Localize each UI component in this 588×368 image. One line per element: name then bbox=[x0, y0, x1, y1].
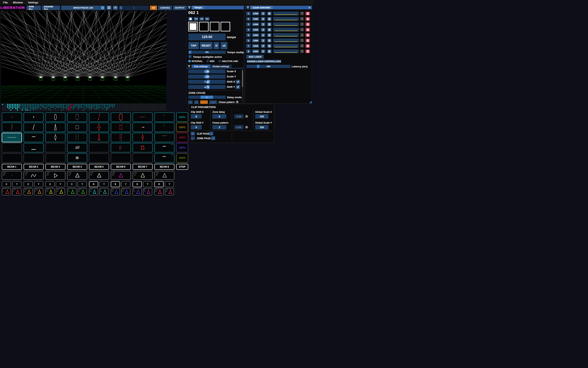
chase-pattern-help-icon[interactable]: ? bbox=[236, 101, 239, 103]
zone-thumb-6[interactable]: 10020 bbox=[56, 188, 65, 195]
clip-cell-r5-c3[interactable] bbox=[46, 153, 65, 163]
axis-button-1-x[interactable]: X bbox=[2, 181, 11, 187]
zone-thumb-15[interactable]: 10089 bbox=[154, 188, 164, 195]
clip-cell-r5-c6[interactable] bbox=[111, 153, 131, 163]
clip-cell-r1-c8[interactable] bbox=[154, 112, 175, 122]
chase-pattern-button-1[interactable]: ← bbox=[194, 101, 199, 104]
axis-button-4-y[interactable]: Y bbox=[34, 181, 43, 187]
laser-preview-3d[interactable] bbox=[1, 11, 166, 103]
axis-button-12-y[interactable]: Y bbox=[121, 181, 130, 187]
clip-cell-r1-c7[interactable] bbox=[133, 112, 153, 122]
view-3d-button[interactable]: 3D bbox=[150, 6, 157, 10]
chase-pattern-button-3[interactable]: →← bbox=[209, 101, 217, 104]
laser-remove-button-5[interactable] bbox=[305, 33, 310, 37]
blackout-button[interactable] bbox=[106, 6, 112, 10]
laser-intensity-slider-1[interactable] bbox=[273, 12, 299, 15]
group-button-grp3[interactable]: GRP3 bbox=[176, 133, 188, 142]
zone-thumb-1[interactable]: 00 bbox=[2, 188, 11, 195]
arm-all-button[interactable]: ARM ALL bbox=[27, 6, 41, 10]
laser-intensity-slider-7[interactable] bbox=[273, 44, 299, 48]
clip-cell-r2-c6[interactable] bbox=[111, 123, 131, 132]
chase-pattern-button-0[interactable]: → bbox=[188, 101, 193, 104]
clip-param-value-aux-4[interactable]: 0.00 bbox=[234, 114, 244, 119]
laser-pause-button-5[interactable] bbox=[267, 33, 272, 37]
laser-arm-button-7[interactable]: ARM bbox=[252, 44, 259, 48]
beam-thumb-3[interactable]: 10034 bbox=[46, 171, 65, 180]
clip-cell-r2-c2[interactable] bbox=[24, 123, 44, 132]
laser-color-swatch-7[interactable] bbox=[300, 44, 303, 47]
laser-arm-button-5[interactable]: ARM bbox=[252, 33, 259, 37]
reset-button[interactable]: RESET bbox=[200, 42, 213, 49]
axis-button-7-x[interactable]: X bbox=[67, 181, 76, 187]
axis-button-14-y[interactable]: Y bbox=[143, 181, 152, 187]
zone-thumb-12[interactable]: 10062 bbox=[121, 188, 130, 195]
laser-color-swatch-6[interactable] bbox=[300, 39, 303, 42]
axis-button-2-y[interactable]: Y bbox=[12, 181, 21, 187]
laser-intensity-slider-2[interactable] bbox=[273, 17, 299, 21]
clip-cell-r5-c2[interactable] bbox=[24, 153, 44, 163]
zone-thumb-14[interactable]: 8675 bbox=[143, 188, 152, 195]
rewind-button[interactable] bbox=[199, 17, 204, 21]
laser-intensity-slider-8[interactable] bbox=[273, 49, 299, 53]
laser-pause-button-6[interactable] bbox=[267, 39, 272, 42]
zone-thumb-3[interactable]: 1008 bbox=[24, 188, 33, 195]
sync-radio-ableton-link[interactable] bbox=[218, 60, 221, 62]
zone-thumb-4[interactable]: 1008 bbox=[34, 188, 43, 195]
panel-resize-handle[interactable] bbox=[309, 101, 312, 103]
clip-param-value-clip-shift-x[interactable]: 8 bbox=[191, 114, 202, 119]
laser-pause-button-4[interactable] bbox=[267, 28, 272, 32]
beam-thumb-5[interactable]: 10051 bbox=[89, 171, 109, 180]
close-icon[interactable]: × bbox=[307, 6, 312, 9]
group-button-grp1[interactable]: GRP1 bbox=[176, 112, 188, 122]
latency-handle[interactable] bbox=[257, 65, 259, 68]
axis-button-15-x[interactable]: X bbox=[154, 181, 164, 187]
clip-param-value-aux-5[interactable]: 0.00 bbox=[234, 125, 244, 129]
tempo-multiplier-handle[interactable] bbox=[189, 51, 191, 54]
tab-global-settings[interactable]: Global settings bbox=[210, 64, 232, 68]
laser-remove-button-4[interactable] bbox=[305, 28, 310, 32]
delay-mode-segment[interactable]: 1 bbox=[201, 96, 213, 99]
clip-param-value-global-scale-x[interactable]: 100 bbox=[255, 114, 268, 119]
clip-cell-r2-c8[interactable] bbox=[154, 123, 175, 132]
tap-button[interactable]: TAP bbox=[188, 42, 199, 49]
laser-remove-button-6[interactable] bbox=[305, 39, 310, 42]
zone-thumb-8[interactable]: 10031 bbox=[78, 188, 87, 195]
laser-edit-button-8[interactable] bbox=[261, 49, 265, 53]
laser-edit-button-4[interactable] bbox=[261, 28, 265, 32]
laser-edit-button-2[interactable] bbox=[261, 17, 265, 21]
beam-button-5[interactable]: BEAM 5 bbox=[89, 164, 109, 170]
laser-remove-button-3[interactable] bbox=[305, 22, 310, 26]
beam-thumb-2[interactable]: 10075 bbox=[24, 171, 44, 180]
clip-cell-r1-c2[interactable] bbox=[24, 112, 44, 122]
clip-cell-r2-c7[interactable] bbox=[133, 123, 153, 132]
zone-thumb-13[interactable]: 074 bbox=[133, 188, 142, 195]
skip-start-icon[interactable] bbox=[194, 17, 198, 21]
zone-thumb-5[interactable]: 10020 bbox=[46, 188, 55, 195]
zone-thumb-7[interactable]: 032 bbox=[67, 188, 76, 195]
laser-edit-button-1[interactable] bbox=[261, 12, 265, 15]
clip-cell-r1-c6[interactable] bbox=[111, 112, 131, 122]
clip-cell-r1-c3[interactable] bbox=[46, 112, 65, 122]
tempo-multiplier-slider[interactable]: 0% bbox=[188, 51, 226, 54]
axis-button-3-x[interactable]: X bbox=[24, 181, 33, 187]
brightness-slider[interactable]: BRIGHTNESS 100 bbox=[61, 6, 105, 10]
clip-cell-r4-c1[interactable] bbox=[2, 143, 22, 152]
stop-button[interactable] bbox=[188, 17, 193, 21]
clip-cell-r3-c4[interactable] bbox=[67, 133, 87, 142]
beam-button-7[interactable]: BEAM 7 bbox=[133, 164, 153, 170]
tempo-value-slider[interactable]: 120.00 bbox=[188, 34, 226, 40]
slider-shift-y[interactable]: 4.72 bbox=[188, 85, 225, 89]
laser-edit-button-6[interactable] bbox=[261, 39, 265, 42]
laser-color-swatch-8[interactable] bbox=[300, 50, 303, 53]
laser-arm-button-8[interactable]: ARM bbox=[252, 49, 259, 53]
clip-page-prev-button[interactable]: ← bbox=[191, 132, 195, 135]
beam-thumb-1[interactable]: 10035 bbox=[2, 171, 22, 180]
laser-arm-button-6[interactable]: ARM bbox=[252, 39, 259, 42]
clip-settings-scrollbar[interactable] bbox=[242, 70, 243, 103]
laser-pause-button-8[interactable] bbox=[267, 49, 272, 53]
laser-remove-button-8[interactable] bbox=[305, 49, 310, 53]
axis-button-16-y[interactable]: Y bbox=[165, 181, 174, 187]
laser-edit-button-3[interactable] bbox=[261, 22, 265, 26]
output-button[interactable]: OUTPUT bbox=[173, 6, 186, 10]
laser-arm-button-4[interactable]: ARM bbox=[252, 28, 259, 32]
